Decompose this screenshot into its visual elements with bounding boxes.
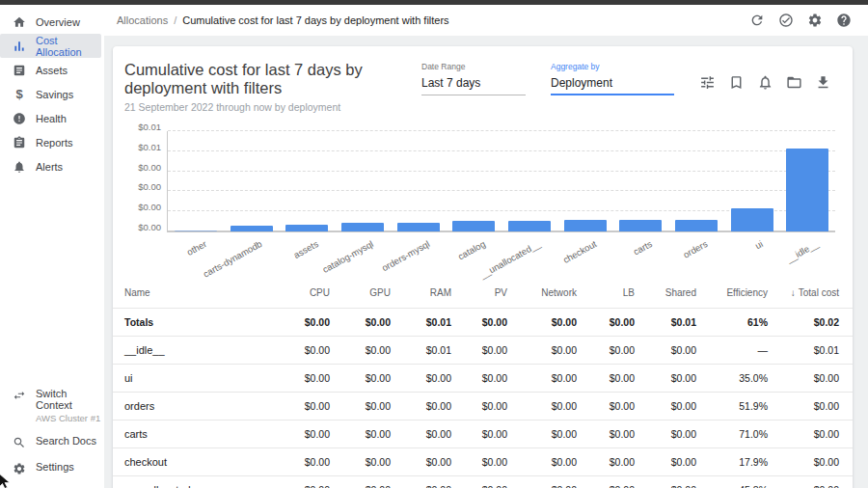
cell-ram: $0.01 <box>396 337 457 365</box>
bar-ui[interactable] <box>731 208 773 231</box>
breadcrumb-current-page: Cumulative cost for last 7 days by deplo… <box>182 14 448 26</box>
cell-name: carts <box>113 420 275 448</box>
cell-pv: $0.00 <box>457 309 513 337</box>
table-row-orders[interactable]: orders$0.00$0.00$0.00$0.00$0.00$0.00$0.0… <box>113 393 853 420</box>
column-header-shared[interactable]: Shared <box>640 278 702 309</box>
page-title: Cumulative cost for last 7 days by deplo… <box>124 61 421 97</box>
cell-total-cost: $0.00 <box>773 393 853 420</box>
sidebar-footer-text: Search Docs <box>36 435 96 447</box>
cell-total-cost: $0.00 <box>773 476 853 488</box>
topbar-gear-icon[interactable] <box>807 13 823 28</box>
table-row-idle[interactable]: __idle__$0.00$0.00$0.01$0.00$0.00$0.00$0… <box>113 337 853 365</box>
column-header-gpu[interactable]: GPU <box>336 278 396 309</box>
column-header-efficiency[interactable]: Efficiency <box>702 278 773 309</box>
cell-gpu: $0.00 <box>336 393 396 420</box>
toolbar-bookmark-icon[interactable] <box>728 74 745 91</box>
cell-lb: $0.00 <box>583 365 640 393</box>
sidebar-item-cost-allocation[interactable]: Cost Allocation <box>0 34 101 58</box>
bar-carts[interactable] <box>619 220 662 231</box>
toolbar-bell-outline-icon[interactable] <box>757 74 773 91</box>
main-content: Cumulative cost for last 7 days by deplo… <box>104 36 868 488</box>
table-row-unallocated[interactable]: __unallocated__$0.00$0.00$0.00$0.00$0.00… <box>113 476 853 488</box>
table-row-carts[interactable]: carts$0.00$0.00$0.00$0.00$0.00$0.00$0.00… <box>113 420 853 448</box>
bar-carts-dynamodb[interactable] <box>231 226 273 231</box>
cell-name: orders <box>113 393 275 420</box>
column-header-label: RAM <box>430 287 451 298</box>
chart-bar-slot: catalog-mysql <box>335 131 391 231</box>
chart-bar-slot: catalog <box>446 131 502 231</box>
y-axis-tick-label: $0.00 <box>138 222 161 232</box>
cell-gpu: $0.00 <box>336 476 396 488</box>
bar-other[interactable] <box>175 230 217 232</box>
cell-shared: $0.01 <box>640 309 702 337</box>
sidebar-footer-item-search-docs[interactable]: Search Docs <box>0 429 104 455</box>
x-axis-category-label: orders <box>681 238 709 260</box>
column-header-pv[interactable]: PV <box>457 278 513 309</box>
sidebar-item-alerts[interactable]: Alerts <box>0 154 104 178</box>
breadcrumb-allocations-link[interactable]: Allocations <box>117 14 168 26</box>
bar-catalog[interactable] <box>452 221 495 231</box>
assets-card-icon <box>13 64 26 77</box>
cell-gpu: $0.00 <box>336 448 396 476</box>
aggregate-by-label: Aggregate by <box>551 62 674 71</box>
cell-network: $0.00 <box>513 365 583 393</box>
bar-orders-mysql[interactable] <box>397 223 440 231</box>
sidebar-footer-item-settings[interactable]: Settings <box>0 455 104 481</box>
column-header-label: Name <box>124 287 150 298</box>
cell-efficiency: 61% <box>702 309 773 337</box>
column-header-network[interactable]: Network <box>513 278 583 309</box>
cell-network: $0.00 <box>513 309 583 337</box>
bar-checkout[interactable] <box>564 220 607 231</box>
toolbar-folder-icon[interactable] <box>786 74 802 91</box>
cell-efficiency: 35.0% <box>702 365 773 393</box>
sidebar-item-label: Overview <box>36 16 80 28</box>
topbar-check-circle-icon[interactable] <box>778 13 794 28</box>
window-top-strip <box>0 0 868 5</box>
column-header-cpu[interactable]: CPU <box>275 278 336 309</box>
sidebar-item-assets[interactable]: Assets <box>0 58 104 82</box>
bar-__idle__[interactable] <box>786 149 828 231</box>
table-row-checkout[interactable]: checkout$0.00$0.00$0.00$0.00$0.00$0.00$0… <box>113 448 853 476</box>
aggregate-by-select[interactable]: Deployment <box>551 76 674 95</box>
column-header-total-cost[interactable]: ↓Total cost <box>773 278 853 309</box>
bar-catalog-mysql[interactable] <box>341 223 384 231</box>
topbar-help-icon[interactable] <box>836 13 852 28</box>
bar-__unallocated__[interactable] <box>508 221 551 231</box>
cell-ram: $0.00 <box>396 448 457 476</box>
toolbar-download-icon[interactable] <box>815 74 831 91</box>
toolbar-tune-icon[interactable] <box>699 74 716 91</box>
sidebar-item-health[interactable]: Health <box>0 106 104 130</box>
column-header-lb[interactable]: LB <box>583 278 640 309</box>
health-error-icon <box>13 112 26 125</box>
cell-pv: $0.00 <box>457 393 513 420</box>
cell-shared: $0.00 <box>640 420 702 448</box>
sidebar-item-overview[interactable]: Overview <box>0 10 104 34</box>
sidebar-footer-text: Settings <box>36 461 74 473</box>
sidebar-item-reports[interactable]: Reports <box>0 130 104 154</box>
cell-ram: $0.00 <box>396 365 457 393</box>
bar-assets[interactable] <box>285 225 328 231</box>
x-axis-category-label: __idle__ <box>785 238 821 264</box>
sidebar-footer-item-switch-context[interactable]: Switch ContextAWS Cluster #1 <box>0 382 104 429</box>
sidebar-item-label: Savings <box>36 89 73 100</box>
column-header-name[interactable]: Name <box>113 278 275 309</box>
sidebar-item-savings[interactable]: $Savings <box>0 82 104 106</box>
table-row-ui[interactable]: ui$0.00$0.00$0.00$0.00$0.00$0.00$0.0035.… <box>113 365 853 393</box>
bar-orders[interactable] <box>675 220 718 231</box>
cell-pv: $0.00 <box>457 420 513 448</box>
cell-shared: $0.00 <box>640 448 702 476</box>
topbar-refresh-icon[interactable] <box>749 13 765 28</box>
title-block: Cumulative cost for last 7 days by deplo… <box>124 61 421 113</box>
y-axis-tick-label: $0.01 <box>138 122 161 132</box>
y-axis-tick-label: $0.00 <box>138 181 161 192</box>
cell-name: ui <box>113 365 275 393</box>
date-range-select[interactable]: Last 7 days <box>421 76 526 95</box>
cell-lb: $0.00 <box>583 309 640 337</box>
x-axis-category-label: __unallocated__ <box>478 238 542 280</box>
cell-lb: $0.00 <box>583 476 640 488</box>
cell-shared: $0.00 <box>640 393 702 420</box>
cell-lb: $0.00 <box>583 448 640 476</box>
column-header-ram[interactable]: RAM <box>396 278 457 309</box>
x-axis-category-label: assets <box>291 238 319 260</box>
cell-shared: $0.00 <box>640 365 702 393</box>
